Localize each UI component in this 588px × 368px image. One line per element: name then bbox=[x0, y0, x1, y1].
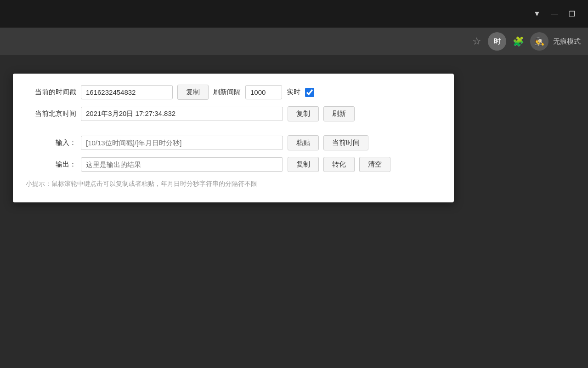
copy-datetime-button[interactable]: 复制 bbox=[288, 106, 319, 121]
datetime-row: 当前北京时间 复制 刷新 bbox=[26, 106, 441, 121]
input-row: 输入： 粘贴 当前时间 bbox=[26, 135, 441, 150]
incognito-label: 无痕模式 bbox=[553, 37, 581, 46]
hint-text: 小提示：鼠标滚轮中键点击可以复制或者粘贴，年月日时分秒字符串的分隔符不限 bbox=[26, 178, 441, 189]
star-button[interactable]: ☆ bbox=[469, 33, 485, 50]
convert-button[interactable]: 转化 bbox=[323, 157, 355, 172]
datetime-label: 当前北京时间 bbox=[26, 109, 76, 118]
refresh-interval-label: 刷新间隔 bbox=[213, 88, 241, 97]
output-label: 输出： bbox=[26, 160, 76, 169]
copy-output-button[interactable]: 复制 bbox=[288, 157, 319, 172]
paste-button[interactable]: 粘贴 bbox=[288, 135, 319, 150]
realtime-label: 实时 bbox=[287, 88, 300, 97]
timestamp-input[interactable] bbox=[81, 85, 173, 99]
copy-timestamp-button[interactable]: 复制 bbox=[177, 85, 209, 100]
input-field[interactable] bbox=[81, 136, 283, 150]
dropdown-button[interactable]: ▼ bbox=[530, 7, 544, 21]
incognito-icon-button[interactable]: 🕵 bbox=[530, 32, 548, 51]
realtime-checkbox[interactable] bbox=[305, 88, 314, 97]
restore-button[interactable]: ❐ bbox=[565, 7, 579, 21]
datetime-input[interactable] bbox=[81, 107, 283, 121]
output-row: 输出： 复制 转化 清空 bbox=[26, 157, 441, 172]
clear-button[interactable]: 清空 bbox=[359, 157, 390, 172]
refresh-button[interactable]: 刷新 bbox=[323, 106, 355, 121]
extensions-button[interactable]: 🧩 bbox=[509, 32, 527, 51]
input-label: 输入： bbox=[26, 138, 76, 147]
current-time-button[interactable]: 当前时间 bbox=[323, 135, 368, 150]
timestamp-label: 当前的时间戳 bbox=[26, 88, 76, 97]
refresh-interval-input[interactable] bbox=[245, 85, 282, 99]
output-field[interactable] bbox=[81, 157, 283, 172]
minimize-button[interactable]: — bbox=[548, 7, 561, 21]
timestamp-row: 当前的时间戳 复制 刷新间隔 实时 bbox=[26, 85, 441, 100]
spacer bbox=[26, 128, 441, 135]
extension-popup: 当前的时间戳 复制 刷新间隔 实时 当前北京时间 复制 刷新 输入： 粘贴 当前… bbox=[13, 74, 454, 202]
time-extension-button[interactable]: 时 bbox=[488, 32, 506, 51]
browser-top-bar: ▼ — ❐ bbox=[0, 0, 588, 28]
browser-toolbar: ☆ 时 🧩 🕵 无痕模式 bbox=[0, 28, 588, 55]
